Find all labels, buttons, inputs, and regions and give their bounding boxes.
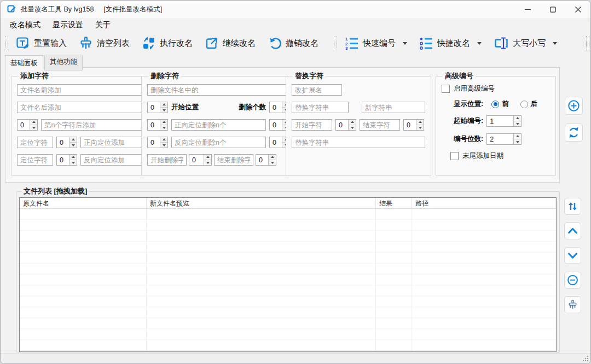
replace-find-input[interactable] <box>292 102 349 113</box>
spinner-up-button[interactable] <box>269 155 276 160</box>
spinner-value[interactable] <box>148 120 160 130</box>
spinner-value[interactable] <box>189 155 204 165</box>
table-row[interactable] <box>20 242 556 253</box>
spinner-down-button[interactable] <box>160 125 167 130</box>
reverse-locate-char-input[interactable] <box>17 154 53 166</box>
spinner-up-button[interactable] <box>416 120 424 125</box>
spinner-down-button[interactable] <box>160 143 167 148</box>
table-row[interactable] <box>20 220 556 231</box>
menu-item-display-settings[interactable]: 显示设置 <box>47 19 89 32</box>
quick-rename-dropdown[interactable]: 快捷改名 <box>415 34 486 52</box>
position-front-radio[interactable] <box>491 101 499 108</box>
spinner-down-button[interactable] <box>514 121 521 126</box>
toolbar-grip[interactable] <box>334 36 337 50</box>
move-down-button[interactable] <box>564 247 581 264</box>
reverse-delete-input[interactable] <box>171 137 266 148</box>
table-row[interactable] <box>20 318 556 329</box>
forward-locate-char-input[interactable] <box>17 137 53 148</box>
column-header[interactable]: 结果 <box>376 198 412 208</box>
spinner-value[interactable] <box>487 134 513 144</box>
maximize-button[interactable] <box>540 1 565 18</box>
tab-basic-panel[interactable]: 基础面板 <box>5 55 43 71</box>
spinner-up-button[interactable] <box>204 155 211 160</box>
resize-grip-icon[interactable] <box>582 355 589 362</box>
position-back-radio[interactable] <box>520 101 528 108</box>
spinner-up-button[interactable] <box>69 155 77 160</box>
table-row[interactable] <box>20 351 556 352</box>
spinner-up-button[interactable] <box>69 137 77 143</box>
spinner-value[interactable] <box>487 116 513 126</box>
minimize-button[interactable] <box>515 1 540 18</box>
spinner-up-button[interactable] <box>160 102 167 108</box>
spinner-down-button[interactable] <box>160 108 167 113</box>
table-row[interactable] <box>20 329 556 340</box>
spinner-down-button[interactable] <box>69 160 77 165</box>
table-row[interactable] <box>20 285 556 296</box>
menu-item-about[interactable]: 关于 <box>89 19 117 32</box>
refresh-button[interactable] <box>565 124 583 142</box>
spinner-down-button[interactable] <box>269 160 276 165</box>
table-row[interactable] <box>20 263 556 274</box>
spinner-value[interactable] <box>57 155 69 165</box>
delete-contains-input[interactable] <box>147 84 290 96</box>
spinner-up-button[interactable] <box>160 137 167 143</box>
spinner-value[interactable] <box>336 120 348 130</box>
column-header[interactable]: 路径 <box>412 198 556 208</box>
continue-rename-button[interactable]: 继续改名 <box>200 34 260 52</box>
spinner-up-button[interactable] <box>160 120 167 125</box>
move-up-button[interactable] <box>564 222 581 239</box>
column-header[interactable]: 新文件名预览 <box>147 198 376 208</box>
spinner-value[interactable] <box>57 137 69 148</box>
spinner-down-button[interactable] <box>416 125 424 130</box>
table-row[interactable] <box>20 340 556 351</box>
quick-number-dropdown[interactable]: 1 2 3 快速编号 <box>340 34 412 52</box>
replace-start-char-input[interactable] <box>292 119 332 131</box>
spinner-value[interactable] <box>404 120 416 130</box>
delete-end-char-input[interactable] <box>214 154 253 166</box>
column-header[interactable]: 原文件名 <box>20 198 147 208</box>
table-row[interactable] <box>20 231 556 242</box>
tab-other-functions[interactable]: 其他功能 <box>44 55 83 71</box>
spinner-down-button[interactable] <box>514 139 521 144</box>
remove-item-button[interactable] <box>564 272 581 289</box>
change-extension-input[interactable] <box>292 84 342 96</box>
add-files-button[interactable] <box>565 97 583 115</box>
case-toggle-dropdown[interactable]: 大写小写 <box>489 34 561 52</box>
spinner-value[interactable] <box>270 120 282 130</box>
enable-advanced-number-checkbox[interactable] <box>442 85 450 93</box>
table-row[interactable] <box>20 307 556 318</box>
table-row[interactable] <box>20 296 556 307</box>
spinner-value[interactable] <box>18 120 30 130</box>
reset-input-button[interactable]: 重置输入 <box>11 34 71 52</box>
spinner-down-button[interactable] <box>349 125 356 130</box>
spinner-value[interactable] <box>270 102 282 113</box>
toolbar-grip[interactable] <box>586 36 589 50</box>
append-date-checkbox[interactable] <box>450 152 459 160</box>
spinner-up-button[interactable] <box>349 120 356 125</box>
forward-delete-input[interactable] <box>171 119 266 131</box>
spinner-down-button[interactable] <box>69 143 77 148</box>
table-row[interactable] <box>20 253 556 263</box>
menu-item-rename-mode[interactable]: 改名模式 <box>4 19 47 32</box>
clear-list-button[interactable]: 清空列表 <box>74 34 134 52</box>
close-button[interactable] <box>565 1 590 18</box>
table-row[interactable] <box>20 209 556 220</box>
spinner-up-button[interactable] <box>514 116 521 121</box>
delete-begin-char-input[interactable] <box>147 154 187 166</box>
replace-new-input[interactable] <box>362 102 425 113</box>
spinner-down-button[interactable] <box>204 160 211 165</box>
spinner-up-button[interactable] <box>514 134 521 139</box>
table-row[interactable] <box>20 274 556 285</box>
spinner-value[interactable] <box>148 137 160 148</box>
spinner-up-button[interactable] <box>30 120 37 125</box>
spinner-value[interactable] <box>270 137 282 148</box>
spinner-value[interactable] <box>148 102 160 113</box>
spinner-down-button[interactable] <box>30 125 37 130</box>
sort-updown-button[interactable] <box>564 198 581 215</box>
replace-end-char-input[interactable] <box>360 119 400 131</box>
spinner-value[interactable] <box>256 155 268 165</box>
execute-rename-button[interactable]: 执行改名 <box>137 34 197 52</box>
toolbar-grip[interactable] <box>5 36 8 50</box>
undo-rename-button[interactable]: 撤销改名 <box>263 34 323 52</box>
replace-range-string-input[interactable] <box>292 137 425 148</box>
